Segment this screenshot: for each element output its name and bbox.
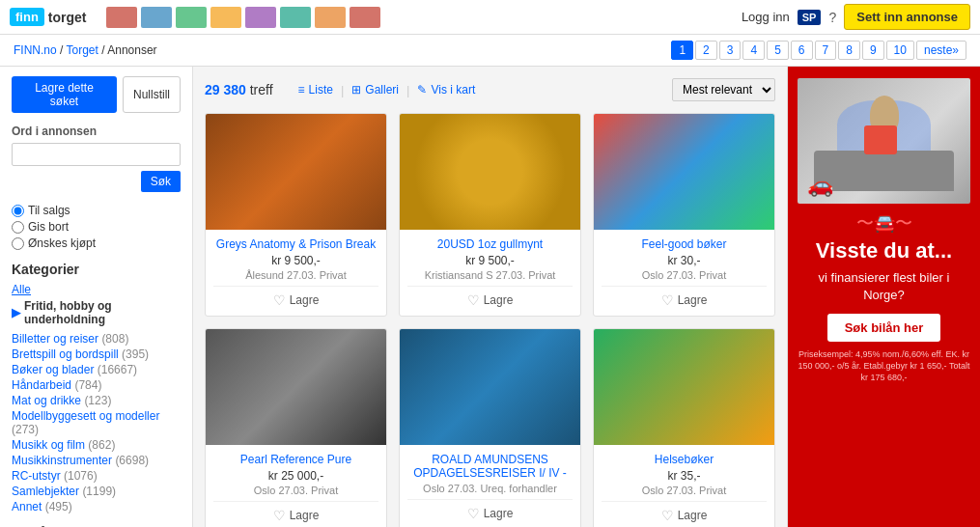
item-info-1: Greys Anatomy & Prison Break kr 9 500,- … <box>206 230 386 316</box>
list-item: Billetter og reiser (808) <box>12 332 181 346</box>
cat-rc-link[interactable]: RC-utstyr (1076) <box>12 469 98 483</box>
radio-til-salgs[interactable]: Til salgs <box>12 204 181 217</box>
page-7-button[interactable]: 7 <box>815 41 837 60</box>
item-save-3[interactable]: ♡ Lagre <box>602 286 767 308</box>
sort-select[interactable]: Mest relevant <box>672 78 775 101</box>
liste-view-button[interactable]: ≡ Liste <box>298 83 333 97</box>
item-save-2[interactable]: ♡ Lagre <box>407 286 573 308</box>
item-save-6[interactable]: ♡ Lagre <box>602 501 767 523</box>
list-item: Bøker og blader (16667) <box>12 363 181 376</box>
ad-panel: 🚗 〜🚘〜 Visste du at... vi finansierer fle… <box>787 67 980 527</box>
ad-fine-print: Priseksempel: 4,95% nom./6,60% eff. EK. … <box>798 349 970 383</box>
item-save-5[interactable]: ♡ Lagre <box>407 499 573 521</box>
results-header: 29 380 treff ≡ Liste | ⊞ Galleri | ✎ Vis… <box>205 78 775 101</box>
item-meta-2: Kristiansand S 27.03. Privat <box>407 269 573 281</box>
torget-label: torget <box>48 10 87 25</box>
header: finn torget Logg inn SP ? Sett inn annon… <box>0 0 980 35</box>
item-title-1[interactable]: Greys Anatomy & Prison Break <box>213 237 378 251</box>
sp-badge: SP <box>798 10 822 25</box>
radio-onskes-kjopt[interactable]: Ønskes kjøpt <box>12 236 181 250</box>
heart-icon: ♡ <box>467 292 480 308</box>
item-title-3[interactable]: Feel-good bøker <box>602 237 767 251</box>
page-1-button[interactable]: 1 <box>671 41 693 60</box>
item-price-1: kr 9 500,- <box>213 254 378 267</box>
page-next-button[interactable]: neste» <box>916 41 966 60</box>
page-8-button[interactable]: 8 <box>838 41 860 60</box>
ad-cta-button[interactable]: Søk bilån her <box>827 314 941 342</box>
kart-view-button[interactable]: ✎ Vis i kart <box>417 83 475 97</box>
item-save-1[interactable]: ♡ Lagre <box>213 286 378 308</box>
search-section: Ord i annonsen Søk <box>12 125 181 192</box>
list-item: Musikk og film (862) <box>12 438 181 452</box>
page-6-button[interactable]: 6 <box>791 41 813 60</box>
sidebar: Lagre dette søket Nullstill Ord i annons… <box>0 67 193 527</box>
cat-boker-link[interactable]: Bøker og blader (16667) <box>12 363 137 376</box>
page-2-button[interactable]: 2 <box>695 41 717 60</box>
page-10-button[interactable]: 10 <box>886 41 914 60</box>
lagre-soket-button[interactable]: Lagre dette søket <box>12 76 117 113</box>
content-area: 29 380 treff ≡ Liste | ⊞ Galleri | ✎ Vis… <box>193 67 787 527</box>
cat-instrumenter-link[interactable]: Musikkinstrumenter (6698) <box>12 454 149 467</box>
pagination: 1 2 3 4 5 6 7 8 9 10 neste» <box>671 41 966 60</box>
cat-musikk-link[interactable]: Musikk og film (862) <box>12 438 115 452</box>
cat-annet-link[interactable]: Annet (495) <box>12 500 72 513</box>
logg-inn-link[interactable]: Logg inn <box>742 10 790 24</box>
item-card-1: Greys Anatomy & Prison Break kr 9 500,- … <box>205 113 387 317</box>
list-item: RC-utstyr (1076) <box>12 469 181 483</box>
item-info-2: 20USD 1oz gullmynt kr 9 500,- Kristiansa… <box>400 230 580 316</box>
item-title-5[interactable]: ROALD AMUNDSENS OPDAGELSESREISER I/ IV - <box>407 453 573 480</box>
breadcrumb-annonser: Annonser <box>107 43 156 57</box>
page-3-button[interactable]: 3 <box>719 41 742 60</box>
item-info-3: Feel-good bøker kr 30,- Oslo 27.03. Priv… <box>594 230 774 316</box>
item-card-5: ROALD AMUNDSENS OPDAGELSESREISER I/ IV -… <box>399 328 581 527</box>
item-price-3: kr 30,- <box>602 254 767 267</box>
item-save-4[interactable]: ♡ Lagre <box>213 501 378 523</box>
galleri-view-button[interactable]: ⊞ Galleri <box>351 83 399 97</box>
page-4-button[interactable]: 4 <box>742 41 765 60</box>
sidebar-actions: Lagre dette søket Nullstill <box>12 76 181 113</box>
list-item: Annet (495) <box>12 500 181 513</box>
logo-area: finn torget <box>10 8 87 26</box>
breadcrumb-bar: FINN.no / Torget / Annonser 1 2 3 4 5 6 … <box>0 35 980 67</box>
item-image-5 <box>400 329 580 445</box>
page-9-button[interactable]: 9 <box>862 41 884 60</box>
cat-brettspill-link[interactable]: Brettspill og bordspill (395) <box>12 347 149 361</box>
ad-inner: 🚗 〜🚘〜 Visste du at... vi finansierer fle… <box>788 67 980 527</box>
item-price-2: kr 9 500,- <box>407 254 573 267</box>
page-5-button[interactable]: 5 <box>767 41 789 60</box>
finn-logo: finn <box>10 8 44 26</box>
breadcrumb-torget[interactable]: Torget <box>66 43 98 57</box>
item-title-6[interactable]: Helsebøker <box>602 453 767 466</box>
ad-subtext: vi finansierer flest biler i Norge? <box>798 269 970 304</box>
breadcrumb: FINN.no / Torget / Annonser <box>14 43 157 57</box>
item-card-4: Pearl Reference Pure kr 25 000,- Oslo 27… <box>205 328 387 527</box>
liste-icon: ≡ <box>298 83 305 97</box>
list-item: Brettspill og bordspill (395) <box>12 347 181 361</box>
item-image-6 <box>594 329 774 445</box>
sett-inn-button[interactable]: Sett inn annonse <box>844 4 970 30</box>
heart-icon: ♡ <box>273 292 286 308</box>
cat-modell-link[interactable]: Modellbyggesett og modeller (273) <box>12 409 159 436</box>
cat-mat-link[interactable]: Mat og drikke (123) <box>12 394 111 407</box>
item-title-4[interactable]: Pearl Reference Pure <box>213 453 378 466</box>
car-squiggle-icon: 〜🚘〜 <box>798 211 970 235</box>
item-grid: Greys Anatomy & Prison Break kr 9 500,- … <box>205 113 775 527</box>
cat-samle-link[interactable]: Samlebjekter (1199) <box>12 485 116 498</box>
results-count: 29 380 treff <box>205 82 273 97</box>
item-card-2: 20USD 1oz gullmynt kr 9 500,- Kristiansa… <box>399 113 581 317</box>
item-info-4: Pearl Reference Pure kr 25 000,- Oslo 27… <box>206 445 386 527</box>
nullstill-button[interactable]: Nullstill <box>123 76 181 113</box>
list-item: Mat og drikke (123) <box>12 394 181 407</box>
item-title-2[interactable]: 20USD 1oz gullmynt <box>407 237 573 251</box>
cat-billetter-link[interactable]: Billetter og reiser (808) <box>12 332 128 346</box>
search-input[interactable] <box>12 143 181 166</box>
search-button[interactable]: Søk <box>141 171 181 192</box>
item-image-2 <box>400 114 580 230</box>
header-right: Logg inn SP ? Sett inn annonse <box>742 4 970 30</box>
cat-handarbeid-link[interactable]: Håndarbeid (784) <box>12 378 101 392</box>
cat-all-link[interactable]: Alle <box>12 283 181 296</box>
breadcrumb-finn[interactable]: FINN.no <box>14 43 57 57</box>
radio-gis-bort[interactable]: Gis bort <box>12 220 181 234</box>
item-card-6: Helsebøker kr 35,- Oslo 27.03. Privat ♡ … <box>593 328 775 527</box>
galleri-icon: ⊞ <box>351 83 361 97</box>
